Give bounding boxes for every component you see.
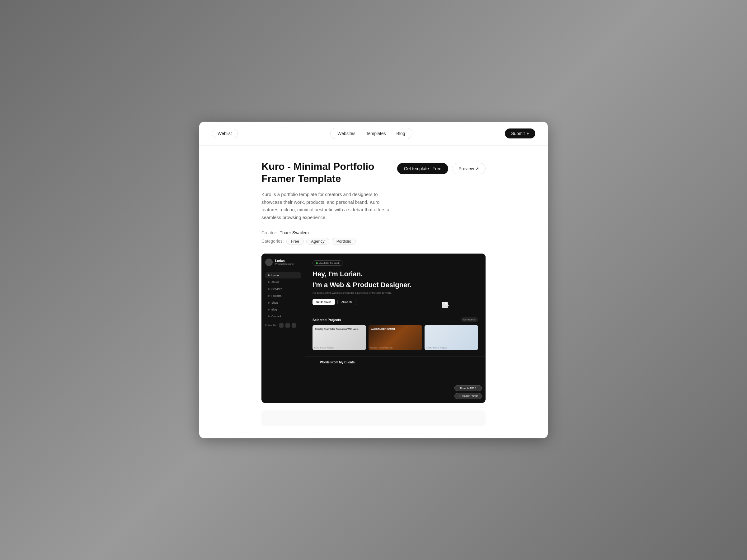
mock-browser: Lorian Product Designer Home About [261,254,486,403]
mock-nav-dot-home [268,274,269,276]
mock-main-content: Available for Work Hey, I'm Lorian. I'm … [305,254,486,356]
mock-card-inner-zenith [424,325,478,350]
creator-row: Creator: Thaer Swailem [261,230,397,235]
mock-card-label-captura: Captura · Framer Template [370,347,393,349]
mock-projects-grid: Simplify Your Video Promotion With Lucis… [312,325,478,350]
mock-bottom-text: Words From My Clients [312,361,362,368]
navbar: Weblist Websites Templates Blog Submit + [199,122,548,145]
mock-avatar-row: Lorian Product Designer [265,259,301,266]
preview-button[interactable]: Preview ↗ [452,163,486,174]
mock-card-inner-captura: ALEXANDER SMITH [368,325,422,350]
mock-follow-row: Follow Me: [265,323,301,328]
mock-about-me-button[interactable]: About Me [337,299,356,305]
nav-link-templates[interactable]: Templates [361,129,391,137]
mock-green-dot [316,262,318,264]
mock-nav-projects[interactable]: Projects [265,293,301,299]
mock-nav-dot-about [268,281,269,283]
mock-all-projects-button[interactable]: All Projects [461,317,478,322]
mock-hero-title-2: I'm a Web & Product Designer. [312,281,478,289]
mock-bottom-area: Words From My Clients [305,356,486,367]
mock-status-pill: Available for Work [312,260,343,266]
mock-nav-dot-blog [268,309,269,311]
creator-name: Thaer Swailem [280,230,309,235]
mock-main-area: Available for Work Hey, I'm Lorian. I'm … [305,254,486,403]
mock-user-name: Lorian [275,259,294,263]
mock-nav-dot-projects [268,295,269,297]
mock-nav-dot-services [268,288,269,290]
mock-nav-dot-contact [268,316,269,317]
mock-project-zenith[interactable]: Zenith · Framer Template [424,325,478,350]
mock-nav-services[interactable]: Services [265,286,301,292]
mock-card-label-lucis: Lucis · Framer Template [314,347,334,349]
main-card: Weblist Websites Templates Blog Submit +… [199,122,548,438]
tag-free[interactable]: Free [286,238,304,245]
mock-selected-projects-title: Selected Projects [312,318,341,322]
categories-label: Categories: [261,239,284,244]
mock-nav-blog[interactable]: Blog [265,306,301,313]
get-template-button[interactable]: Get template · Free [397,163,448,174]
submit-button[interactable]: Submit + [505,129,535,138]
mock-nav-about[interactable]: About [265,279,301,285]
mock-hero-title-1: Hey, I'm Lorian. [312,270,478,278]
mock-follow-text: Follow Me: [265,324,277,327]
plus-icon: + [526,131,529,136]
mock-hero-subtitle: I've been crafting websites and digital … [312,292,478,294]
categories-row: Categories: Free Agency Portfolio [261,238,397,245]
preview-container: Lorian Product Designer Home About [261,254,486,403]
nav-links-group: Websites Templates Blog [330,128,412,139]
mock-user-role: Product Designer [275,263,294,265]
mock-card-text-lucis: Simplify Your Video Promotion With Lucis [315,328,364,330]
mock-twitter-icon[interactable] [279,323,284,328]
mock-avatar [265,259,273,266]
mock-section-header: Selected Projects All Projects [312,317,478,322]
mock-overlay-pills: Remix for FREE ⬛Made in Framer [455,385,482,399]
mock-project-captura[interactable]: ALEXANDER SMITH Captura · Framer Templat… [368,325,422,350]
header-right: Get template · Free Preview ↗ [397,163,486,174]
mock-card-text-captura: ALEXANDER SMITH [371,328,419,331]
page-content: Kuro - Minimal Portfolio Framer Template… [199,145,548,438]
mock-nav-contact[interactable]: Contact [265,313,301,320]
second-screenshot [261,410,486,426]
mock-project-lucis[interactable]: Simplify Your Video Promotion With Lucis… [312,325,366,350]
mock-cta-row: Get In Touch About Me [312,299,478,305]
mock-card-label-zenith: Zenith · Framer Template [427,347,447,349]
header-actions: Kuro - Minimal Portfolio Framer Template… [261,161,486,254]
mock-nav-home[interactable]: Home [265,272,301,278]
page-title: Kuro - Minimal Portfolio Framer Template [261,161,397,185]
mock-sidebar: Lorian Product Designer Home About [261,254,305,403]
nav-link-websites[interactable]: Websites [332,129,360,137]
header-left: Kuro - Minimal Portfolio Framer Template… [261,161,397,254]
mock-get-in-touch-button[interactable]: Get In Touch [312,299,335,305]
mock-divider [312,313,478,313]
mock-user-info: Lorian Product Designer [275,259,294,265]
nav-link-blog[interactable]: Blog [391,129,410,137]
mock-instagram-icon[interactable] [285,323,290,328]
creator-label: Creator: [261,230,277,235]
mock-pill-framer[interactable]: ⬛Made in Framer [455,393,482,399]
mock-card-inner-lucis: Simplify Your Video Promotion With Lucis [312,325,366,350]
tag-portfolio[interactable]: Portfolio [332,238,356,245]
mock-other-icon[interactable] [292,323,296,328]
logo-button[interactable]: Weblist [212,129,238,138]
mock-nav-shop[interactable]: Shop [265,300,301,306]
mock-pill-remix[interactable]: Remix for FREE [455,385,482,391]
tag-agency[interactable]: Agency [306,238,329,245]
mock-nav-dot-shop [268,302,269,304]
page-description: Kuro is a portfolio template for creator… [261,191,397,221]
